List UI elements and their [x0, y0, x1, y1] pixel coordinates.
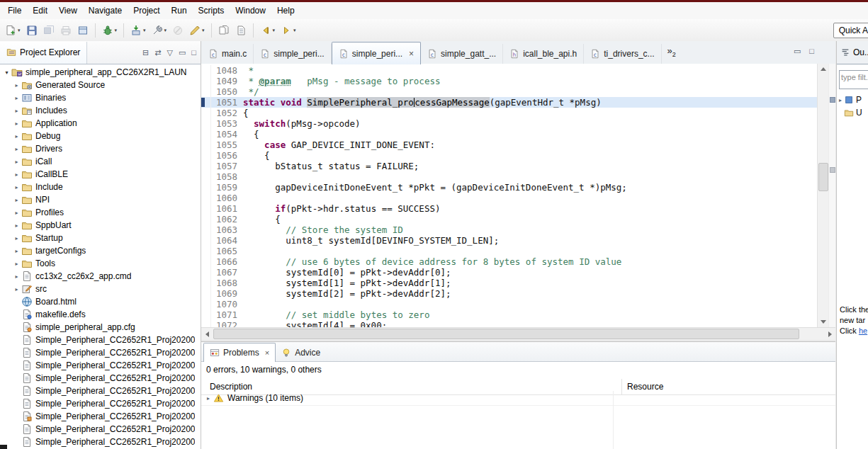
minimize-icon[interactable]: ▭ [794, 47, 801, 56]
outline-item[interactable]: ▸P [837, 93, 868, 106]
tree-item[interactable]: Simple_Peripheral_CC2652R1_Proj20200 [0, 334, 201, 346]
code-line[interactable]: 1050 */ [201, 86, 818, 97]
expander-icon[interactable]: ▸ [13, 210, 21, 216]
code-line[interactable]: 1068 systemId[1] = pPkt->devAddr[1]; [201, 278, 818, 288]
tree-item[interactable]: Board.html [0, 295, 201, 308]
code-line[interactable]: 1072 systemId[4] = 0x00; [201, 320, 818, 327]
tree-item[interactable]: ▸iCallBLE [0, 168, 201, 181]
tree-item[interactable]: ▸cc13x2_cc26x2_app.cmd [0, 270, 201, 283]
code-line[interactable]: 1059 gapDeviceInitDoneEvent_t *pPkt = (g… [201, 182, 818, 193]
expander-icon[interactable]: ▸ [13, 222, 21, 229]
code-line[interactable]: 1048 * [201, 65, 818, 76]
linked-file-icon[interactable] [233, 21, 249, 40]
tree-item[interactable]: ▸Debug [0, 130, 201, 142]
editor-vertical-scrollbar[interactable] [817, 64, 829, 327]
open-file-icon[interactable] [216, 21, 232, 40]
tree-item[interactable]: ▸Tools [0, 257, 201, 270]
expander-icon[interactable]: ▸ [13, 197, 21, 203]
tree-item[interactable]: ▸SppbUart [0, 219, 201, 232]
tree-item[interactable]: Simple_Peripheral_CC2652R1_Proj20200 [0, 346, 201, 359]
tree-item[interactable]: Simple_Peripheral_CC2652R1_Proj20200 [0, 397, 201, 410]
menu-file[interactable]: File [2, 3, 27, 18]
tree-item[interactable]: Simple_Peripheral_CC2652R1_Proj20200 [0, 359, 201, 372]
tree-item[interactable]: Simple_Peripheral_CC2652R1_Proj20200 [0, 385, 201, 397]
quick-access-box[interactable]: Quick A [833, 23, 868, 38]
expander-icon[interactable]: ▸ [13, 235, 21, 241]
forward-icon[interactable]: ▾ [278, 21, 298, 40]
expander-icon[interactable]: ▸ [13, 82, 21, 89]
dropdown-arrow-icon[interactable]: ▾ [115, 28, 118, 33]
tree-item[interactable]: makefile.defs [0, 308, 201, 321]
code-line[interactable]: 1063 // Store the system ID [201, 224, 818, 235]
tree-item[interactable]: ▸src [0, 283, 201, 295]
scroll-up-arrow-icon[interactable] [818, 64, 829, 74]
code-line[interactable]: 1064 uint8_t systemId[DEVINFO_SYSTEM_ID_… [201, 235, 818, 246]
tree-item[interactable]: ▸targetConfigs [0, 244, 201, 257]
flash-icon[interactable]: ▾ [128, 21, 148, 40]
tree-item[interactable]: ▸NPI [0, 193, 201, 206]
editor-tab[interactable]: csimple_gatt_... [421, 44, 503, 64]
hint-link[interactable]: he [859, 326, 867, 335]
code-line[interactable]: 1061 if(pPkt->hdr.status == SUCCESS) [201, 203, 818, 214]
tree-item[interactable]: ▸Drivers [0, 142, 201, 155]
scroll-down-arrow-icon[interactable] [818, 317, 829, 327]
expander-icon[interactable]: ▸ [13, 108, 21, 114]
editor-tab[interactable]: csimple_peri...× [332, 42, 421, 64]
close-tab-icon[interactable]: × [409, 50, 414, 58]
tree-item[interactable]: ▸Startup [0, 232, 201, 244]
expander-icon[interactable]: ▾ [3, 69, 11, 76]
view-menu-icon[interactable]: ▽ [167, 48, 172, 57]
code-line[interactable]: 1056 { [201, 150, 818, 161]
dropdown-arrow-icon[interactable]: ▾ [164, 28, 167, 33]
expander-icon[interactable]: ▸ [13, 286, 21, 292]
overview-annotation-mark[interactable] [830, 97, 835, 103]
save-icon[interactable] [24, 21, 40, 40]
editor-horizontal-scrollbar[interactable] [201, 327, 835, 340]
vertical-scroll-thumb[interactable] [818, 163, 828, 191]
menu-window[interactable]: Window [230, 3, 271, 18]
code-line[interactable]: 1066 // use 6 bytes of device address fo… [201, 256, 818, 267]
tree-item[interactable]: ▸Include [0, 181, 201, 193]
scroll-left-arrow-icon[interactable] [201, 328, 213, 340]
probe-icon[interactable]: ▾ [187, 21, 207, 40]
dropdown-arrow-icon[interactable]: ▾ [202, 28, 205, 33]
maximize-icon[interactable]: □ [809, 47, 814, 56]
code-line[interactable]: 1070 [201, 299, 818, 309]
collapse-all-icon[interactable]: ⊟ [142, 48, 149, 57]
code-editor[interactable]: 1048 *1049 * @param pMsg - message to pr… [201, 64, 835, 327]
problems-row[interactable]: ▸Warnings (10 items) [201, 391, 835, 406]
tree-item[interactable]: Simple_Peripheral_CC2652R1_Proj20200 [0, 423, 201, 436]
menu-edit[interactable]: Edit [27, 3, 53, 18]
expander-icon[interactable]: ▸ [13, 120, 21, 127]
code-line[interactable]: 1055 case GAP_DEVICE_INIT_DONE_EVENT: [201, 140, 818, 150]
code-line[interactable]: 1049 * @param pMsg - message to process [201, 76, 818, 86]
minimize-icon[interactable]: ▭ [179, 48, 186, 57]
outline-item[interactable]: U [837, 106, 868, 119]
expander-icon[interactable]: ▸ [13, 159, 21, 165]
filter-input[interactable]: type filt... [839, 70, 868, 89]
link-with-editor-icon[interactable]: ⇄ [154, 48, 161, 57]
code-line[interactable]: 1051static void SimplePeripheral_process… [201, 97, 818, 108]
code-line[interactable]: 1071 // set middle bytes to zero [201, 309, 818, 320]
dropdown-arrow-icon[interactable]: ▾ [143, 28, 146, 33]
dropdown-arrow-icon[interactable]: ▾ [18, 28, 21, 33]
menu-navigate[interactable]: Navigate [83, 3, 128, 18]
code-line[interactable]: 1067 systemId[0] = pPkt->devAddr[0]; [201, 267, 818, 278]
menu-scripts[interactable]: Scripts [193, 3, 230, 18]
dropdown-arrow-icon[interactable]: ▾ [273, 28, 276, 33]
dropdown-arrow-icon[interactable]: ▾ [293, 28, 296, 33]
tree-item[interactable]: Simple_Peripheral_CC2652R1_Proj20200 [0, 410, 201, 423]
expander-icon[interactable]: ▸ [203, 395, 213, 402]
expander-icon[interactable]: ▸ [13, 261, 21, 267]
expander-icon[interactable]: ▸ [13, 133, 21, 140]
new-project-icon[interactable] [75, 21, 91, 40]
code-line[interactable]: 1058 [201, 171, 818, 182]
tree-item[interactable]: simple_peripheral_app.cfg [0, 321, 201, 334]
code-lines[interactable]: 1048 *1049 * @param pMsg - message to pr… [201, 64, 818, 327]
tab-overflow-indicator[interactable]: »2 [667, 45, 676, 58]
menu-help[interactable]: Help [271, 3, 300, 18]
tab-advice[interactable]: Advice [276, 344, 326, 361]
expander-icon[interactable]: ▸ [13, 248, 21, 254]
tree-item[interactable]: ▸Binaries [0, 91, 201, 104]
editor-tab[interactable]: cti_drivers_c... [584, 44, 661, 64]
